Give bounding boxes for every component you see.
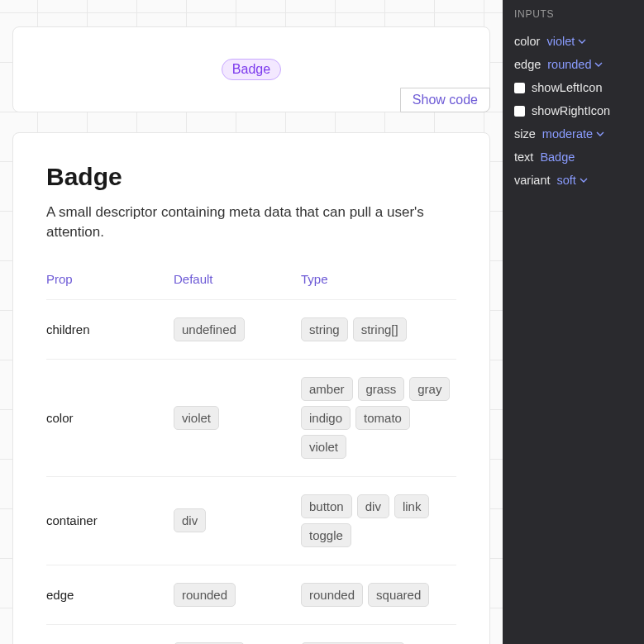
default-chip: div — [174, 508, 206, 532]
checkbox[interactable] — [514, 83, 525, 93]
prop-types: rounded squared — [301, 580, 456, 609]
main-content: Badge Show code Badge A small descriptor… — [0, 0, 503, 644]
input-size[interactable]: size moderate — [514, 122, 632, 145]
type-chip: grass — [358, 377, 405, 401]
docs-card: Badge A small descriptor containing meta… — [12, 132, 490, 644]
input-color[interactable]: color violet — [514, 30, 632, 53]
input-value-select[interactable]: moderate — [542, 127, 604, 141]
input-variant[interactable]: variant soft — [514, 169, 632, 192]
badge-component: Badge — [222, 59, 281, 80]
table-row: leftIcon undefined IconComponent — [46, 624, 456, 644]
type-chip: div — [357, 494, 389, 518]
input-label: size — [514, 127, 536, 141]
header-prop: Prop — [46, 272, 174, 286]
input-label: text — [514, 150, 533, 164]
header-default: Default — [174, 272, 301, 286]
props-table-header: Prop Default Type — [46, 272, 456, 299]
prop-name: color — [46, 411, 174, 425]
default-chip: undefined — [174, 317, 245, 341]
prop-default: undefined — [174, 315, 301, 344]
input-value-text: Badge — [540, 150, 575, 164]
type-chip: amber — [301, 377, 353, 401]
input-label: color — [514, 35, 540, 48]
type-chip: squared — [368, 583, 429, 607]
sidebar-heading: INPUTS — [514, 8, 632, 20]
type-chip: indigo — [301, 406, 351, 430]
default-chip: violet — [174, 406, 219, 430]
type-chip: gray — [409, 377, 450, 401]
default-chip: rounded — [174, 583, 236, 607]
chevron-down-icon — [594, 62, 603, 67]
type-chip: rounded — [301, 583, 363, 607]
input-label: variant — [514, 174, 551, 187]
prop-default: violet — [174, 403, 301, 432]
checkbox[interactable] — [514, 106, 525, 117]
table-row: children undefined string string[] — [46, 299, 456, 359]
prop-types: IconComponent — [301, 640, 456, 644]
inputs-sidebar: INPUTS color violet edge rounded showLef… — [503, 0, 644, 644]
input-label: edge — [514, 58, 541, 71]
input-label: showLeftIcon — [532, 81, 602, 94]
type-chip: button — [301, 494, 352, 518]
input-value-text: moderate — [542, 127, 593, 141]
input-value-select[interactable]: violet — [546, 35, 586, 48]
table-row: color violet amber grass gray indigo tom… — [46, 359, 456, 476]
type-chip: tomato — [355, 406, 410, 430]
prop-name: children — [46, 322, 174, 336]
table-row: container div button div link toggle — [46, 476, 456, 565]
prop-types: amber grass gray indigo tomato violet — [301, 374, 456, 461]
chevron-down-icon — [578, 39, 586, 44]
type-chip: violet — [301, 435, 346, 459]
type-chip: toggle — [301, 523, 351, 547]
input-value-text: violet — [546, 35, 575, 48]
input-show-left-icon[interactable]: showLeftIcon — [514, 76, 632, 99]
show-code-button[interactable]: Show code — [400, 88, 490, 112]
input-value-text: soft — [557, 174, 576, 187]
props-table: Prop Default Type children undefined str… — [46, 272, 456, 644]
header-type: Type — [301, 272, 456, 286]
input-value-text: rounded — [547, 58, 591, 71]
prop-default: undefined — [174, 640, 301, 644]
prop-types: string string[] — [301, 315, 456, 344]
prop-name: container — [46, 513, 174, 527]
input-value-select[interactable]: rounded — [547, 58, 603, 71]
input-show-right-icon[interactable]: showRightIcon — [514, 99, 632, 122]
prop-types: button div link toggle — [301, 492, 456, 550]
type-chip: string[] — [353, 317, 407, 341]
input-label: showRightIcon — [532, 104, 610, 117]
type-chip: link — [394, 494, 430, 518]
input-value-select[interactable]: soft — [557, 174, 588, 187]
input-edge[interactable]: edge rounded — [514, 53, 632, 76]
prop-name: edge — [46, 588, 174, 602]
chevron-down-icon — [580, 178, 588, 183]
prop-default: rounded — [174, 580, 301, 609]
preview-card: Badge Show code — [12, 26, 490, 112]
input-value-text-field[interactable]: Badge — [540, 150, 575, 164]
input-text[interactable]: text Badge — [514, 145, 632, 169]
type-chip: string — [301, 317, 348, 341]
table-row: edge rounded rounded squared — [46, 565, 456, 624]
chevron-down-icon — [596, 131, 604, 136]
component-description: A small descriptor containing meta data … — [46, 203, 456, 242]
component-title: Badge — [46, 163, 456, 191]
prop-default: div — [174, 506, 301, 535]
